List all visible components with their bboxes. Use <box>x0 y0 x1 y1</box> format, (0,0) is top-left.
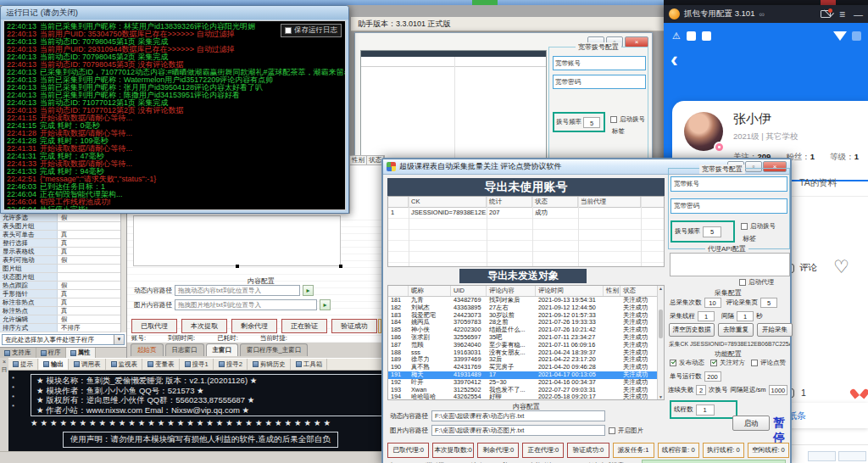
table-row[interactable]: 191 梅天 41931489 17 2021-04-17 00:13:05 关… <box>388 371 664 379</box>
output-tab[interactable]: 搜寻2 <box>214 359 248 370</box>
output-panel-mini-toolbar[interactable]: ×日 <box>0 358 8 392</box>
image-path-input[interactable]: 拖拽图片地址txt到此位置导入 <box>175 299 317 310</box>
image-path-input[interactable]: F:\桌面\超级课程表\动态图片.txt <box>431 425 605 436</box>
output-tab[interactable]: 搜寻1 <box>181 359 214 370</box>
property-row[interactable]: 热点跟踪 假 <box>0 282 126 290</box>
property-row[interactable]: 表列可拖动 假 <box>0 256 126 265</box>
property-row[interactable]: 表头图片组 <box>0 222 126 231</box>
dial-freq-value[interactable]: 5 <box>703 226 721 237</box>
property-value[interactable]: 真 <box>58 298 126 306</box>
table-row[interactable]: 186 张求剧 32556597 35吧 2021-07-11 23:34:27… <box>388 334 664 342</box>
liked-heart-icon[interactable] <box>854 386 865 397</box>
designer-dial-account-input[interactable] <box>582 59 645 69</box>
table2-header[interactable]: 昵称 UID 评论内容 评论时间 性别 状态 <box>388 286 664 297</box>
designer-proxy-button[interactable]: 本次提取 <box>181 319 227 333</box>
property-row[interactable]: 整行选择 真 <box>0 239 126 248</box>
table-row[interactable]: 189 徐尽力 33997469 32后 2021-04-22 23:17:20… <box>388 356 664 364</box>
designer-listview-widget[interactable] <box>133 215 341 266</box>
property-value[interactable]: 真 <box>58 307 126 315</box>
table-row[interactable]: 188 sss 19163031 没有女朋友... 2021-04-24 18:… <box>388 349 664 357</box>
tab-ta-profile[interactable]: TA的资料 <box>799 177 837 189</box>
fail-value[interactable]: 2 <box>696 385 706 395</box>
designer-proxy-button[interactable]: 验证成功 <box>331 319 377 333</box>
designer-dial-password-row[interactable]: 宽带密码 <box>553 75 646 89</box>
selection-handle[interactable] <box>236 265 239 268</box>
delay-value[interactable]: 1000 <box>769 385 788 395</box>
ide-panel-tab[interactable]: 程序 <box>36 348 66 358</box>
designer-dial-freq-value[interactable]: 5 <box>583 117 600 128</box>
property-value[interactable]: 假 <box>58 315 126 323</box>
property-row[interactable]: 允许多选 假 <box>0 214 126 222</box>
clear-history-button[interactable]: 清空历史数据 <box>669 323 715 337</box>
property-value[interactable] <box>58 222 126 230</box>
designer-dial-account-row[interactable]: 宽带账号 <box>553 56 646 70</box>
stat-button[interactable]: 验证成功:0 <box>567 443 609 458</box>
property-value[interactable]: 假 <box>58 256 126 264</box>
menu-icon[interactable]: ≡ <box>839 10 845 19</box>
dial-account-row[interactable]: 宽带账号 <box>670 176 787 192</box>
property-value[interactable]: 假 <box>58 214 126 221</box>
stat-button[interactable]: 已取代理:0 <box>387 443 429 458</box>
stat-button[interactable]: 执行线程: 0 <box>703 443 744 458</box>
column-status[interactable]: 状态 <box>532 197 578 207</box>
property-row[interactable]: 允许编辑 假 <box>0 315 126 324</box>
start-button[interactable]: 启动 <box>732 416 770 431</box>
profile-stat[interactable]: 等级：1 <box>830 152 859 163</box>
avatar[interactable] <box>684 112 723 151</box>
table-row[interactable]: 185 神小侠 42202300 结婚是什么... 2021-07-26 10:… <box>388 326 664 334</box>
column-status[interactable]: 状态 <box>620 286 658 296</box>
scrollbar-thumb[interactable] <box>659 310 663 338</box>
output-tab[interactable]: 监视表 <box>107 359 143 370</box>
dial-account-input[interactable] <box>701 181 787 188</box>
property-row[interactable]: 状态图片组 <box>0 273 126 282</box>
collect-threads-value[interactable]: 1 <box>698 311 715 321</box>
minimize-icon[interactable]: — <box>854 9 863 20</box>
table-row[interactable]: 184 姚丙瓜 37059783 28之前 2021-07-26 19:33:3… <box>388 319 664 326</box>
property-value[interactable] <box>58 265 126 272</box>
import-icon[interactable]: ▸ <box>320 299 331 310</box>
designer-tab[interactable]: 日志窗口 <box>165 343 204 356</box>
property-row[interactable]: 表头可单击 真 <box>0 231 126 239</box>
property-row[interactable]: 图片组 <box>0 265 126 273</box>
selection-handle[interactable] <box>339 265 342 268</box>
pause-button[interactable]: 暂停 <box>773 416 790 446</box>
thread-count-box[interactable]: 线程数 1 <box>670 400 737 419</box>
output-tab[interactable]: 提示 <box>8 359 38 370</box>
designer-tab[interactable]: 主窗口 <box>206 343 239 356</box>
ide-panel-tab[interactable]: 属性 <box>66 348 96 358</box>
stat-button[interactable]: 本次提取数:0 <box>432 443 474 458</box>
stat-button[interactable]: 线程容量: 0 <box>658 443 699 458</box>
comment-pages-value[interactable]: 5 <box>760 298 777 308</box>
property-value[interactable]: 真 <box>58 290 126 298</box>
designer-dial-password-input[interactable] <box>582 77 645 87</box>
total-collect-value[interactable]: 10 <box>704 298 721 308</box>
mail-icon[interactable] <box>821 10 831 18</box>
table-row[interactable]: 192 叶开 33970412 25~30 2021-04-16 00:34:3… <box>388 379 664 387</box>
table-row[interactable]: 187 范顾 39624040 至少要有稳... 2021-07-11 06:0… <box>388 342 664 349</box>
property-row[interactable]: 手形指针 真 <box>0 290 126 298</box>
column-uid[interactable]: UID <box>451 286 487 296</box>
scroll-down-icon[interactable]: ▼ <box>659 394 663 399</box>
table1-header[interactable]: CK 统计 状态 当前代理 <box>388 197 664 208</box>
start-proxy-checkbox[interactable]: 启动代理 <box>739 278 774 287</box>
designer-proxy-button[interactable]: 正在验证 <box>281 319 327 333</box>
function-checkbox[interactable]: 评论点赞 <box>751 359 786 367</box>
stat-button[interactable]: 正在代理:0 <box>522 443 564 458</box>
save-log-checkbox[interactable]: 保存运行日志 <box>281 24 342 37</box>
output-tab[interactable]: 工具箱 <box>292 359 328 370</box>
function-checkbox[interactable]: 关注对方 <box>710 359 745 367</box>
designer-dial-start-checkbox[interactable]: 启动拨号 <box>610 115 645 124</box>
enable-image-checkbox[interactable]: 开启图片 <box>609 427 643 435</box>
output-tab[interactable]: 剪辑历史 <box>248 359 291 370</box>
property-row[interactable]: 显示表格线 真 <box>0 248 126 256</box>
table-row[interactable]: 181 九青 43482769 找到对象后 2021-09-13 19:54:3… <box>388 297 664 304</box>
property-scrollbar[interactable] <box>120 214 126 332</box>
stat-button[interactable]: 空闲线程: 0 <box>748 443 789 458</box>
dynamic-path-input[interactable]: 拖拽动态内容txt到此位置导入 <box>175 285 300 296</box>
column-nickname[interactable]: 昵称 <box>409 286 451 296</box>
stat-button[interactable]: 派发任务:1 <box>613 443 654 458</box>
property-value[interactable]: 不排序 <box>58 324 126 332</box>
ide-panel-tab[interactable]: 支持库 <box>0 348 36 358</box>
start-dial-checkbox[interactable]: 启动拨号 <box>741 222 776 231</box>
output-tab[interactable]: 调用表 <box>70 359 106 370</box>
